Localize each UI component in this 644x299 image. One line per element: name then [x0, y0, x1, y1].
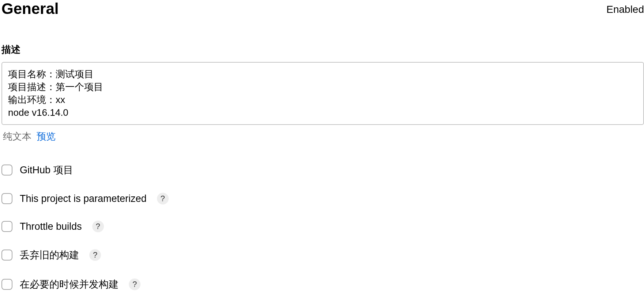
help-icon[interactable]: ?: [89, 249, 101, 261]
option-checkbox[interactable]: [1, 193, 12, 204]
view-mode-plain-text[interactable]: 纯文本: [3, 130, 31, 143]
option-checkbox[interactable]: [1, 165, 12, 176]
enabled-status: Enabled: [606, 4, 644, 15]
view-mode-preview[interactable]: 预览: [37, 130, 56, 143]
option-label: GitHub 项目: [20, 163, 73, 177]
option-label: 丢弃旧的构建: [20, 248, 79, 262]
option-row: This project is parameterized?: [1, 193, 644, 204]
options-section: GitHub 项目This project is parameterized?T…: [0, 163, 644, 291]
option-label: 在必要的时候并发构建: [20, 278, 119, 291]
page-title: General: [1, 0, 59, 18]
option-row: GitHub 项目: [1, 163, 644, 177]
help-icon[interactable]: ?: [92, 221, 104, 232]
option-checkbox[interactable]: [1, 221, 12, 232]
option-label: This project is parameterized: [20, 193, 147, 204]
option-label: Throttle builds: [20, 221, 82, 232]
option-row: Throttle builds?: [1, 221, 644, 232]
option-checkbox[interactable]: [1, 250, 12, 261]
description-textarea[interactable]: 项目名称：测试项目 项目描述：第一个项目 输出环境：xx node v16.14…: [1, 62, 644, 125]
option-checkbox[interactable]: [1, 279, 12, 290]
option-row: 在必要的时候并发构建?: [1, 278, 644, 291]
help-icon[interactable]: ?: [129, 278, 141, 290]
help-icon[interactable]: ?: [157, 193, 169, 204]
description-label: 描述: [1, 43, 644, 56]
option-row: 丢弃旧的构建?: [1, 248, 644, 262]
